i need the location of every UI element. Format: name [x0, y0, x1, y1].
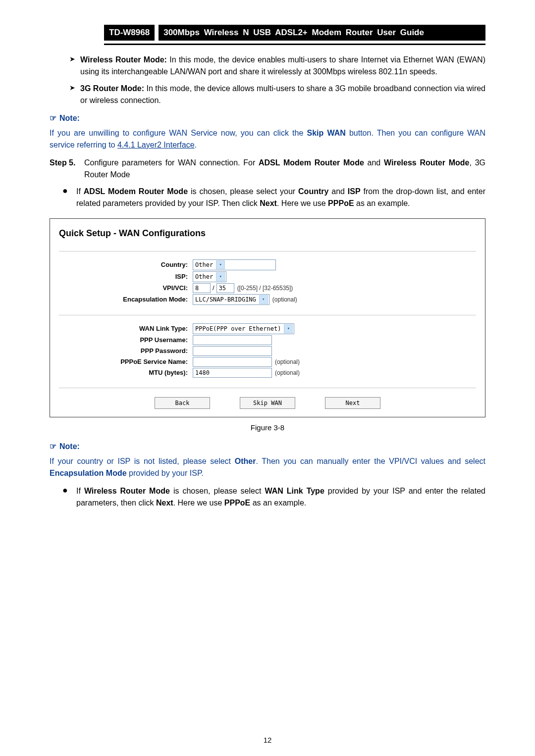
- note-label-2: ☞Note:: [50, 441, 485, 453]
- pppoesvc-label: PPPoE Service Name:: [59, 357, 193, 367]
- country-select[interactable]: Other ▾: [193, 259, 276, 270]
- content-body: ➤ Wireless Router Mode: In this mode, th…: [50, 54, 485, 509]
- mtu-label: MTU (bytes):: [59, 368, 193, 378]
- chevron-down-icon: ▾: [259, 295, 268, 304]
- slash-text: /: [213, 283, 214, 293]
- disc-bullet-icon: ●: [62, 186, 76, 209]
- chevron-down-icon: ▾: [284, 324, 293, 333]
- vpi-input[interactable]: 8: [193, 283, 211, 293]
- vci-input[interactable]: 35: [216, 283, 234, 293]
- bullet-label: Wireless Router Mode:: [80, 55, 167, 64]
- bullet-wireless-mode: ● If Wireless Router Mode is chosen, ple…: [62, 485, 485, 509]
- chevron-down-icon: ▾: [216, 272, 225, 281]
- isp-select[interactable]: Other ▾: [193, 271, 226, 282]
- page-number: 12: [0, 736, 535, 744]
- mtu-hint: (optional): [275, 368, 300, 377]
- vpivci-hint: ([0-255] / [32-65535]): [237, 284, 293, 293]
- encap-hint: (optional): [272, 295, 297, 304]
- mtu-input[interactable]: 1480: [193, 368, 272, 378]
- encap-select[interactable]: LLC/SNAP-BRIDGING ▾: [193, 294, 269, 305]
- bullet-3g-router-mode: ➤ 3G Router Mode: In this mode, the devi…: [69, 83, 485, 106]
- pppuser-label: PPP Username:: [59, 335, 193, 345]
- encap-label: Encapsulation Mode:: [59, 295, 193, 304]
- skip-wan-button[interactable]: Skip WAN: [240, 397, 295, 409]
- country-label: Country:: [59, 260, 193, 270]
- page-header: TD-W8968 300Mbps Wireless N USB ADSL2+ M…: [104, 25, 485, 45]
- note-body-2: If your country or ISP is not listed, pl…: [50, 455, 485, 479]
- note-label-text: Note:: [59, 114, 80, 122]
- step-label: Step 5.: [50, 157, 84, 181]
- note-body: If you are unwilling to configure WAN Se…: [50, 127, 485, 151]
- next-button[interactable]: Next: [325, 397, 380, 409]
- bullet-label: 3G Router Mode:: [80, 84, 144, 93]
- pointing-hand-icon: ☞: [50, 442, 56, 451]
- note-label-text: Note:: [59, 442, 80, 451]
- pppoe-hint: (optional): [275, 357, 300, 366]
- figure-section-bottom: WAN Link Type: PPPoE(PPP over Ethernet) …: [59, 315, 476, 388]
- doc-title: 300Mbps Wireless N USB ADSL2+ Modem Rout…: [159, 25, 485, 41]
- triangle-bullet-icon: ➤: [69, 54, 80, 78]
- disc-bullet-icon: ●: [62, 485, 76, 509]
- triangle-bullet-icon: ➤: [69, 83, 80, 106]
- chevron-down-icon: ▾: [216, 260, 225, 269]
- figure-quick-setup: Quick Setup - WAN Configurations Country…: [50, 218, 485, 417]
- vpivci-label: VPI/VCI:: [59, 283, 193, 293]
- note-label: ☞Note:: [50, 112, 485, 124]
- pointing-hand-icon: ☞: [50, 114, 56, 122]
- model-number: TD-W8968: [104, 25, 155, 41]
- figure-title: Quick Setup - WAN Configurations: [59, 227, 476, 240]
- bullet-adsl-mode: ● If ADSL Modem Router Mode is chosen, p…: [62, 186, 485, 209]
- pppoe-service-input[interactable]: [193, 357, 272, 367]
- figure-caption: Figure 3-8: [50, 422, 485, 434]
- wanlink-label: WAN Link Type:: [59, 324, 193, 334]
- wanlink-select[interactable]: PPPoE(PPP over Ethernet) ▾: [193, 323, 294, 334]
- figure-section-top: Country: Other ▾ ISP: Other ▾: [59, 251, 476, 315]
- ppp-password-input[interactable]: [193, 346, 272, 356]
- back-button[interactable]: Back: [155, 397, 210, 409]
- isp-label: ISP:: [59, 272, 193, 282]
- bullet-wireless-router-mode: ➤ Wireless Router Mode: In this mode, th…: [69, 54, 485, 78]
- step-5: Step 5. Configure parameters for WAN con…: [50, 157, 485, 181]
- skip-wan-bold: Skip WAN: [307, 129, 345, 137]
- layer2-interface-link[interactable]: 4.4.1 Layer2 Interface: [117, 141, 195, 149]
- figure-button-row: Back Skip WAN Next: [59, 388, 476, 409]
- ppp-username-input[interactable]: [193, 335, 272, 345]
- ppppass-label: PPP Password:: [59, 346, 193, 356]
